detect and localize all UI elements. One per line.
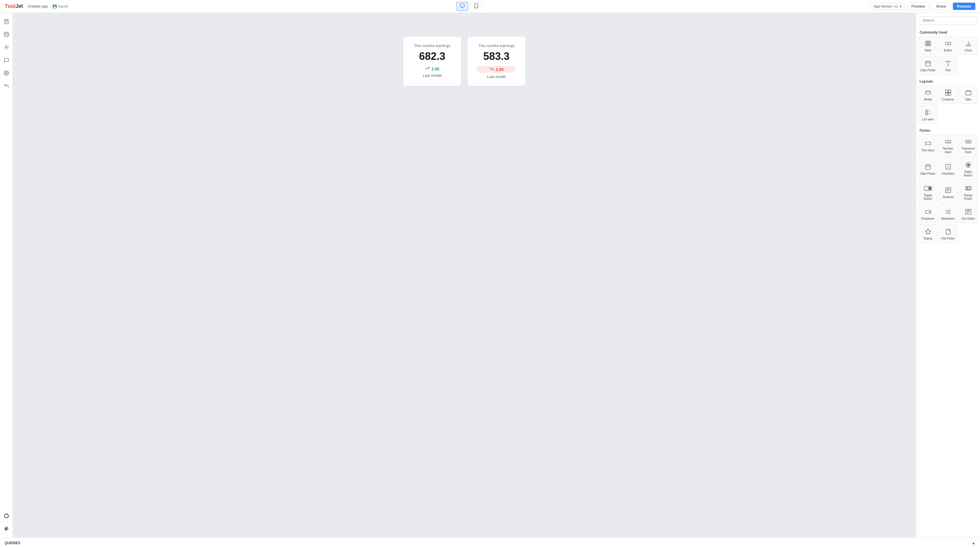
widget-rating-label: Rating [924,237,932,241]
button-icon: OK [944,40,952,48]
widget-date-picker-2[interactable]: Date Picker [918,158,937,180]
widget-button[interactable]: OK Button [939,36,958,55]
widget-rating[interactable]: Rating [918,225,937,243]
widget-toggle-switch[interactable]: Toggle Switch [918,181,937,203]
mobile-view-btn[interactable] [471,2,482,11]
widget-modal[interactable]: Modal [918,85,937,104]
widget-tabs[interactable]: Tabs [959,85,978,104]
queries-bar[interactable]: QUERIES ▲ [0,537,980,548]
widget-modal-label: Modal [924,98,932,101]
list-view-icon [924,108,932,116]
topbar-right: App Version v1 ▾ Preview Share Release [870,2,975,10]
preview-button[interactable]: Preview [907,2,929,10]
widget-container[interactable]: Container [939,85,958,104]
sidebar-icon-comments[interactable] [1,55,12,65]
widget-checkbox[interactable]: Checkbox [939,158,958,180]
stat-card-1: This months earnings 682.3 2.85 Last mon… [403,36,461,86]
share-button[interactable]: Share [932,2,950,10]
sidebar-icon-undo[interactable] [1,81,12,91]
sidebar-icon-database[interactable] [1,29,12,40]
widget-table[interactable]: Table [918,36,937,55]
widget-password-input-label: Password Input [960,147,976,154]
widget-password-input[interactable]: Password Input [959,134,978,156]
trend-down-icon [489,67,494,72]
widget-checkbox-label: Checkbox [942,172,954,175]
sidebar-icon-settings[interactable] [1,68,12,78]
widget-date-picker[interactable]: Date Picker [918,56,937,75]
checkbox-icon [944,163,952,171]
desktop-view-btn[interactable] [457,2,468,11]
file-picker-icon [944,228,952,236]
svg-point-56 [928,187,931,190]
number-input-icon: 123 [944,138,952,146]
multiselect-icon [944,208,952,216]
svg-rect-48 [925,165,931,170]
widget-dropdown[interactable]: Dropdown [918,204,937,223]
section-title-layouts: Layouts [916,77,980,85]
stat-card-2-sublabel: Last month [477,75,516,79]
stats-cards: This months earnings 682.3 2.85 Last mon… [403,36,526,86]
sidebar-icon-debug[interactable] [1,42,12,53]
left-sidebar [0,13,13,537]
svg-rect-33 [945,93,948,95]
search-input[interactable] [920,16,977,24]
tabs-icon [964,89,972,97]
svg-rect-36 [925,110,927,112]
password-input-icon [964,138,972,146]
widget-chart[interactable]: Chart [959,36,978,55]
svg-rect-31 [945,90,948,92]
widget-container-label: Container [942,98,954,101]
widget-radio-button[interactable]: Radio Button [959,158,978,180]
widget-text[interactable]: Text [939,56,958,75]
toggle-switch-icon [924,184,932,193]
widget-range-picker[interactable]: Range Picker [959,181,978,203]
svg-text:OK: OK [947,43,950,45]
range-picker-icon [964,184,972,193]
rating-icon [924,228,932,236]
date-picker-2-icon [924,163,932,171]
svg-point-11 [6,72,7,74]
widget-multiselect[interactable]: Multiselect [939,204,958,223]
saved-icon: 💾 [52,5,57,8]
container-icon [944,89,952,97]
release-button[interactable]: Release [953,3,975,10]
widget-radio-button-label: Radio Button [960,170,976,177]
svg-rect-69 [966,209,970,214]
dropdown-icon [924,208,932,216]
widget-text-editor-label: Text Editor [961,217,975,221]
main-layout: This months earnings 682.3 2.85 Last mon… [0,13,980,537]
widget-number-input-label: Number Input [940,147,956,154]
widget-number-input[interactable]: 123 Number Input [939,134,958,156]
logo: ToolJet [5,3,23,10]
widget-list-view-label: List view [922,118,933,121]
date-picker-icon [924,59,932,67]
widget-textarea[interactable]: Textarea [939,181,958,203]
stat-card-2-change: 2.85 [477,66,516,73]
widget-text-editor[interactable]: Text Editor [959,204,978,223]
widget-dropdown-label: Dropdown [921,217,935,221]
saved-badge: 💾 Saved [52,5,68,8]
widget-text-label: Text [945,68,950,72]
sidebar-icon-theme[interactable] [1,524,12,534]
topbar-left: ToolJet Untitled app 💾 Saved [5,3,68,10]
stat-card-1-title: This months earnings [413,43,452,48]
svg-text:123: 123 [947,141,950,143]
svg-rect-35 [966,91,970,95]
widget-text-input[interactable]: Text Input [918,134,937,156]
svg-point-46 [968,142,969,142]
svg-point-54 [967,164,969,166]
stat-card-1-value: 682.3 [413,50,452,62]
widget-toggle-switch-label: Toggle Switch [920,194,936,201]
sidebar-icon-chat[interactable] [1,511,12,521]
right-panel: Commonly Used Table OK Button [916,13,980,537]
text-editor-icon [964,208,972,216]
modal-icon [924,89,932,97]
version-select[interactable]: App Version v1 ▾ [870,3,904,10]
widget-range-picker-label: Range Picker [960,194,976,201]
sidebar-icon-pages[interactable] [1,16,12,27]
widget-list-view[interactable]: List view [918,105,937,124]
widget-file-picker[interactable]: File Picker [939,225,958,243]
stat-card-2-change-value: 2.85 [496,67,503,72]
canvas[interactable]: This months earnings 682.3 2.85 Last mon… [13,13,916,537]
svg-point-10 [6,47,7,48]
